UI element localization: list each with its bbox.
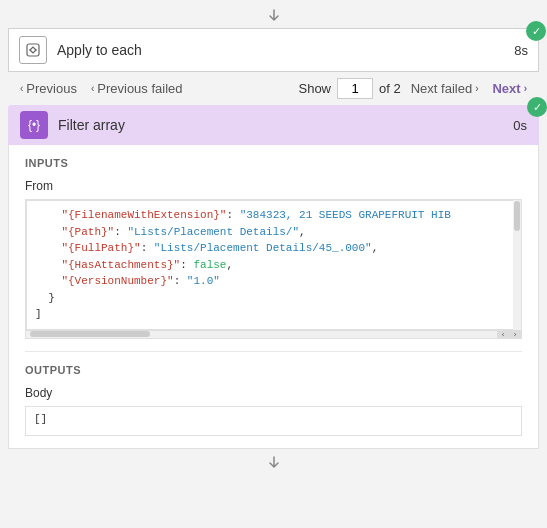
code-line: "{Path}": "Lists/Placement Details/", (35, 224, 508, 241)
from-label: From (25, 179, 522, 193)
vertical-scrollbar[interactable] (513, 200, 521, 338)
apply-each-icon (19, 36, 47, 64)
previous-failed-button[interactable]: ‹ Previous failed (87, 79, 187, 98)
next-button[interactable]: Next › (488, 79, 531, 98)
filter-array-success-badge: ✓ (527, 97, 547, 117)
bottom-down-arrow-icon (266, 455, 282, 471)
main-content-area: INPUTS From "{FilenameWithExtension}": "… (8, 145, 539, 449)
code-line: "{FullPath}": "Lists/Placement Details/4… (35, 240, 508, 257)
scroll-left-icon[interactable]: ‹ (497, 330, 509, 338)
outputs-header: OUTPUTS (25, 364, 522, 376)
next-label: Next (492, 81, 520, 96)
chevron-right-failed-icon: › (475, 83, 478, 94)
svg-rect-0 (27, 44, 39, 56)
down-arrow-icon (266, 8, 282, 24)
filter-array-container: {•} Filter array 0s ✓ (8, 105, 539, 145)
apply-each-title: Apply to each (57, 42, 142, 58)
previous-failed-label: Previous failed (97, 81, 182, 96)
scroll-right-icon[interactable]: › (509, 330, 521, 338)
scroll-arrows: ‹ › (497, 331, 521, 338)
code-line: "{FilenameWithExtension}": "384323, 21 S… (35, 207, 508, 224)
chevron-left-icon: ‹ (20, 83, 23, 94)
previous-label: Previous (26, 81, 77, 96)
horizontal-scrollbar[interactable]: ‹ › (26, 330, 521, 338)
filter-array-time: 0s (513, 118, 527, 133)
chevron-right-icon: › (524, 83, 527, 94)
loop-icon (25, 42, 41, 58)
navigation-bar: ‹ Previous ‹ Previous failed Show of 2 N… (0, 72, 547, 105)
of-label: of 2 (379, 81, 401, 96)
filter-array-icon: {•} (20, 111, 48, 139)
top-connector (0, 0, 547, 28)
inputs-header: INPUTS (25, 157, 522, 169)
vertical-scroll-thumb[interactable] (514, 201, 520, 231)
outputs-section: OUTPUTS Body [] (9, 352, 538, 448)
code-block: "{FilenameWithExtension}": "384323, 21 S… (25, 199, 522, 339)
bottom-connector (0, 449, 547, 477)
apply-each-container: Apply to each 8s ✓ (8, 28, 539, 72)
apply-each-time: 8s (514, 43, 528, 58)
chevron-left-failed-icon: ‹ (91, 83, 94, 94)
body-label: Body (25, 386, 522, 400)
code-line: "{HasAttachments}": false, (35, 257, 508, 274)
filter-array-title: Filter array (58, 117, 125, 133)
next-failed-button[interactable]: Next failed › (407, 79, 483, 98)
previous-button[interactable]: ‹ Previous (16, 79, 81, 98)
code-line: } (35, 290, 508, 307)
horizontal-scroll-thumb[interactable] (30, 331, 150, 337)
code-line: "{VersionNumber}": "1.0" (35, 273, 508, 290)
code-content[interactable]: "{FilenameWithExtension}": "384323, 21 S… (26, 200, 521, 330)
show-input[interactable] (337, 78, 373, 99)
body-value: [] (25, 406, 522, 436)
next-failed-label: Next failed (411, 81, 472, 96)
inputs-section: INPUTS From "{FilenameWithExtension}": "… (9, 145, 538, 351)
code-line: ] (35, 306, 508, 323)
apply-each-success-badge: ✓ (526, 21, 546, 41)
show-label: Show (298, 81, 331, 96)
